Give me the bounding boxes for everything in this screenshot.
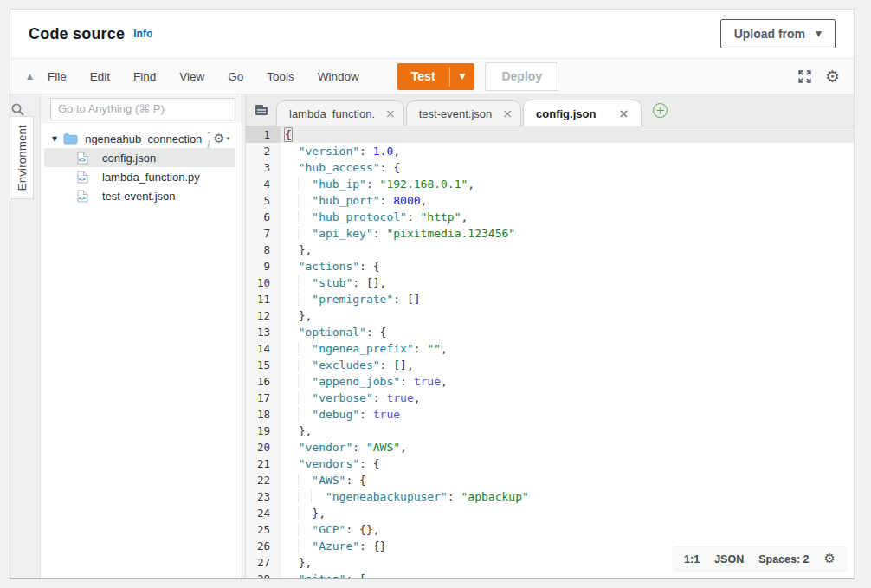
code-source-panel: Code source Info Upload from ▼ ▲ FileEdi…: [10, 9, 855, 579]
code-line[interactable]: 17 "verbose": true,: [246, 390, 854, 406]
line-number: 7: [246, 225, 281, 242]
tree-file-config.json[interactable]: <>config.json: [44, 148, 235, 167]
code-line[interactable]: 8 },: [246, 242, 854, 258]
editor-tab-test-event-json[interactable]: test-event.json×: [406, 100, 521, 126]
code-line[interactable]: 25 "GCP": {},: [246, 521, 854, 538]
code-line[interactable]: 28 "sites": [: [246, 571, 854, 578]
line-content: "ngeneabackupuser": "apbackup": [281, 488, 529, 505]
test-dropdown-icon[interactable]: ▼: [450, 72, 475, 81]
code-line[interactable]: 9 "actions": {: [246, 258, 854, 275]
info-link[interactable]: Info: [133, 28, 152, 40]
line-content: "Azure": {}: [281, 538, 386, 554]
tab-label: test-event.json: [419, 107, 493, 120]
tab-list-icon[interactable]: [255, 104, 268, 116]
folder-expand-icon[interactable]: ▼: [52, 135, 57, 143]
upload-from-button[interactable]: Upload from ▼: [720, 19, 836, 48]
code-line[interactable]: 13 "optional": {: [246, 324, 854, 340]
close-icon[interactable]: ×: [502, 107, 513, 120]
deploy-button[interactable]: Deploy: [485, 62, 558, 91]
code-line[interactable]: 10 "stub": [],: [246, 275, 854, 291]
editor-status-bar: 1:1 JSON Spaces: 2 ⚙: [674, 547, 846, 571]
menu-item-view[interactable]: View: [179, 70, 204, 83]
code-line[interactable]: 14 "ngenea_prefix": "",: [246, 340, 854, 357]
line-content: "stub": [],: [281, 275, 386, 291]
page-title: Code source: [29, 25, 125, 43]
test-button[interactable]: Test ▼: [397, 63, 475, 90]
code-line[interactable]: 12 },: [246, 307, 854, 324]
svg-text:<>: <>: [79, 175, 86, 182]
tree-folder-row[interactable]: ▼ ngeneahub_connection - / ⚙ ▾: [41, 129, 242, 148]
collapse-panel-icon[interactable]: ▲: [27, 72, 33, 81]
code-line[interactable]: 19 },: [246, 423, 854, 439]
code-line[interactable]: 15 "excludes": [],: [246, 357, 854, 373]
line-number: 2: [246, 143, 281, 159]
environment-tab[interactable]: Environment: [10, 116, 34, 199]
line-number: 15: [246, 357, 281, 373]
code-line[interactable]: 2 "version": 1.0,: [246, 143, 854, 159]
file-code-icon: <>: [77, 171, 95, 184]
code-line[interactable]: 1{: [246, 126, 854, 143]
menu-item-edit[interactable]: Edit: [90, 70, 110, 83]
line-content: "premigrate": []: [281, 291, 421, 307]
line-number: 11: [246, 291, 281, 307]
menu-item-go[interactable]: Go: [228, 70, 243, 83]
code-line[interactable]: 7 "api_key": "pixitmedia.123456": [246, 225, 854, 242]
tree-file-list: <>config.json<>lambda_function.py<>test-…: [41, 148, 242, 205]
menu-bar-right: ⚙: [797, 68, 840, 85]
ide-settings-gear-icon[interactable]: ⚙: [825, 68, 840, 85]
language-mode[interactable]: JSON: [714, 553, 744, 565]
code-line[interactable]: 21 "vendors": {: [246, 456, 854, 472]
code-line[interactable]: 20 "vendor": "AWS",: [246, 439, 854, 456]
line-content: "vendors": {: [281, 456, 380, 472]
menu-item-file[interactable]: File: [48, 70, 67, 83]
code-line[interactable]: 3 "hub_access": {: [246, 159, 854, 176]
editor-settings-gear-icon[interactable]: ⚙: [824, 552, 836, 565]
folder-settings-button[interactable]: ⚙ ▾: [213, 132, 229, 145]
code-line[interactable]: 18 "debug": true: [246, 406, 854, 423]
tree-file-lambda_function.py[interactable]: <>lambda_function.py: [41, 167, 242, 186]
line-number: 13: [246, 324, 281, 340]
caret-down-icon: ▾: [226, 135, 229, 142]
svg-text:<>: <>: [79, 194, 86, 201]
line-content: "actions": {: [281, 258, 380, 275]
line-content: "AWS": {: [281, 472, 366, 488]
line-content: "hub_access": {: [281, 159, 400, 176]
menu-bar: ▲ FileEditFindViewGoToolsWindow Test ▼ D…: [10, 58, 854, 94]
code-line[interactable]: 24 },: [246, 505, 854, 521]
line-content: },: [281, 505, 326, 521]
code-line[interactable]: 16 "append_jobs": true,: [246, 373, 854, 390]
code-line[interactable]: 5 "hub_port": 8000,: [246, 192, 854, 209]
line-content: "sites": [: [281, 571, 366, 578]
code-line[interactable]: 23 "ngeneabackupuser": "apbackup": [246, 488, 854, 505]
menu-item-find[interactable]: Find: [133, 70, 156, 83]
menu-item-window[interactable]: Window: [318, 70, 359, 83]
line-content: "hub_port": 8000,: [281, 192, 427, 209]
line-content: "hub_protocol": "http",: [281, 209, 468, 225]
editor-tab-lambda-function[interactable]: lambda_function.×: [276, 100, 404, 126]
close-icon[interactable]: ×: [618, 107, 629, 120]
editor-tab-config-json[interactable]: config.json×: [523, 100, 642, 126]
fullscreen-icon[interactable]: [797, 69, 812, 84]
svg-text:<>: <>: [79, 156, 86, 163]
code-editor[interactable]: 1{2 "version": 1.0,3 "hub_access": {4 "h…: [246, 126, 854, 578]
editor-tab-bar: lambda_function.×test-event.json×config.…: [246, 94, 854, 126]
goto-anything-input[interactable]: [50, 98, 235, 120]
close-icon[interactable]: ×: [385, 107, 396, 120]
gear-icon: ⚙: [213, 132, 224, 145]
code-line[interactable]: 22 "AWS": {: [246, 472, 854, 488]
code-line[interactable]: 6 "hub_protocol": "http",: [246, 209, 854, 225]
code-line[interactable]: 11 "premigrate": []: [246, 291, 854, 307]
editor-pane: lambda_function.×test-event.json×config.…: [246, 94, 854, 578]
menu-item-tools[interactable]: Tools: [267, 70, 294, 83]
code-line[interactable]: 4 "hub_ip": "192.168.0.1",: [246, 176, 854, 192]
menu-items: FileEditFindViewGoToolsWindow: [48, 70, 359, 83]
tree-file-test-event.json[interactable]: <>test-event.json: [41, 186, 242, 205]
line-number: 1: [246, 126, 281, 143]
line-content: },: [281, 554, 312, 571]
folder-name: ngeneahub_connection: [85, 132, 202, 145]
line-content: "verbose": true,: [281, 390, 421, 406]
new-tab-button[interactable]: +: [653, 103, 668, 118]
file-name: config.json: [102, 152, 156, 165]
indent-setting[interactable]: Spaces: 2: [758, 553, 809, 565]
cursor-position[interactable]: 1:1: [684, 553, 700, 565]
